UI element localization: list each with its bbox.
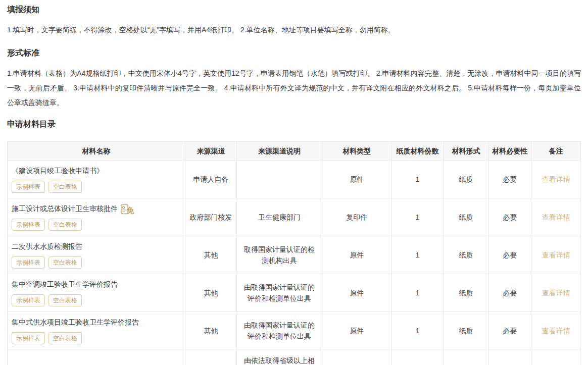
format-standards-text: 1.申请材料（表格）为A4规格纸打印，中文使用宋体小4号字，英文使用12号字，申… [7,66,581,110]
material-form-cell: 纸质 [444,236,488,274]
material-necessity-cell: 必要 [488,161,531,198]
source-channel-cell: 其他 [185,274,236,312]
sample-form-button[interactable]: 示例样表 [12,332,45,344]
source-desc-cell: 取得国家计量认证的检测机构出具 [236,236,322,274]
col-header-paper-copies: 纸质材料份数 [391,142,444,161]
material-name: 《建设项目竣工验收申请书》 [12,166,181,176]
col-header-material-type: 材料类型 [322,142,391,161]
material-name-cell: 施工设计或总体设计卫生审核批件免示例样表空白表格 [8,198,185,236]
material-form-buttons: 示例样表空白表格 [12,294,181,306]
material-necessity-cell: 必要 [488,312,531,350]
source-channel-cell: 其他 [185,236,236,274]
source-desc-cell: 由依法取得省级以上相关行政部门资质认证的职业卫生技术服务机构出具 [236,350,322,365]
material-necessity-cell: 必要 [488,274,531,312]
remarks-cell: 查看详情 [531,274,581,312]
col-header-material-name: 材料名称 [8,142,185,161]
remarks-cell: 查看详情 [531,350,581,365]
remarks-cell: 查看详情 [531,198,581,236]
material-name-cell: 《建设项目竣工验收申请书》示例样表空白表格 [8,161,185,198]
material-form-cell: 纸质 [444,312,488,350]
material-name-cell: 集中空调竣工验收卫生学评价报告示例样表空白表格 [8,274,185,312]
table-row: 集中式供水项目竣工验收卫生学评价报告示例样表空白表格其他由取得国家计量认证的评价… [8,312,581,350]
material-form-cell: 纸质 [444,274,488,312]
header-row: 材料名称 来源渠道 来源渠道说明 材料类型 纸质材料份数 材料形式 材料必要性 … [8,142,581,161]
blank-form-button[interactable]: 空白表格 [48,256,82,269]
col-header-material-form: 材料形式 [444,142,488,161]
material-name-text: 集中空调竣工验收卫生学评价报告 [12,279,118,290]
materials-directory-heading: 申请材料目录 [7,119,581,129]
remarks-cell: 查看详情 [531,312,581,350]
source-channel-cell: 政府部门核发 [185,198,236,236]
svg-text:免: 免 [126,206,135,215]
blank-form-button[interactable]: 空白表格 [48,181,82,193]
view-details-link[interactable]: 查看详情 [542,327,570,335]
material-form-cell: 纸质 [444,161,488,198]
sample-form-button[interactable]: 示例样表 [12,294,45,306]
view-details-link[interactable]: 查看详情 [542,289,570,297]
sample-form-button[interactable]: 示例样表 [12,219,45,231]
sample-form-button[interactable]: 示例样表 [12,181,45,193]
materials-table-body: 《建设项目竣工验收申请书》示例样表空白表格申请人自备原件1纸质必要查看详情施工设… [8,161,581,365]
view-details-link[interactable]: 查看详情 [542,175,570,183]
material-necessity-cell: 必要 [488,198,531,236]
page: 填报须知 1.填写时，文字要简练，不得涂改，空格处以“无”字填写，并用A4纸打印… [0,4,588,365]
material-necessity-cell: 必要 [488,236,531,274]
remarks-cell: 查看详情 [531,161,581,198]
materials-table-head: 材料名称 来源渠道 来源渠道说明 材料类型 纸质材料份数 材料形式 材料必要性 … [8,142,581,161]
material-name-text: 二次供水水质检测报告 [12,241,82,252]
col-header-remarks: 备注 [531,142,581,161]
material-name-text: 集中式供水项目竣工验收卫生学评价报告 [12,317,139,328]
paper-copies-cell: 1 [391,236,444,274]
col-header-source-desc: 来源渠道说明 [236,142,322,161]
material-type-cell: 原件 [322,236,391,274]
material-form-buttons: 示例样表空白表格 [12,332,181,344]
col-header-source-channel: 来源渠道 [185,142,236,161]
table-row: 施工设计或总体设计卫生审核批件免示例样表空白表格政府部门核发卫生健康部门复印件1… [8,198,581,236]
paper-copies-cell: 1 [391,350,444,365]
remarks-cell: 查看详情 [531,236,581,274]
material-name: 集中式供水项目竣工验收卫生学评价报告 [12,317,181,328]
col-header-material-necessity: 材料必要性 [488,142,531,161]
paper-copies-cell: 1 [391,198,444,236]
format-standards-heading: 形式标准 [7,47,581,58]
filing-notes-text: 1.填写时，文字要简练，不得涂改，空格处以“无”字填写，并用A4纸打印。 2.单… [7,23,581,37]
material-form-cell: 纸质 [444,350,488,365]
table-row: 二次供水水质检测报告示例样表空白表格其他取得国家计量认证的检测机构出具原件1纸质… [8,236,581,274]
material-name-cell: 放射职业危害控制效果评价报告示例样表空白表格 [8,350,185,365]
paper-copies-cell: 1 [391,312,444,350]
material-name-cell: 集中式供水项目竣工验收卫生学评价报告示例样表空白表格 [8,312,185,350]
material-form-cell: 纸质 [444,198,488,236]
exempt-license-icon: 免 [121,204,136,215]
filing-notes-heading: 填报须知 [7,4,581,15]
paper-copies-cell: 1 [391,161,444,198]
blank-form-button[interactable]: 空白表格 [48,294,82,306]
source-desc-cell: 由取得国家计量认证的评价和检测单位出具 [236,274,322,312]
blank-form-button[interactable]: 空白表格 [48,219,82,231]
paper-copies-cell: 1 [391,274,444,312]
material-name: 施工设计或总体设计卫生审核批件免 [12,203,181,214]
material-name: 二次供水水质检测报告 [12,241,181,252]
material-type-cell: 原件 [322,161,391,198]
source-channel-cell: 其他 [185,350,236,365]
table-row: 放射职业危害控制效果评价报告示例样表空白表格其他由依法取得省级以上相关行政部门资… [8,350,581,365]
material-form-buttons: 示例样表空白表格 [12,219,181,231]
table-row: 《建设项目竣工验收申请书》示例样表空白表格申请人自备原件1纸质必要查看详情 [8,161,581,198]
table-row: 集中空调竣工验收卫生学评价报告示例样表空白表格其他由取得国家计量认证的评价和检测… [8,274,581,312]
source-desc-cell: 由取得国家计量认证的评价和检测单位出具 [236,312,322,350]
source-channel-cell: 申请人自备 [185,161,236,198]
material-type-cell: 原件 [322,350,391,365]
source-desc-cell [236,161,322,198]
material-necessity-cell: 必要 [488,350,531,365]
materials-table: 材料名称 来源渠道 来源渠道说明 材料类型 纸质材料份数 材料形式 材料必要性 … [7,141,581,365]
blank-form-button[interactable]: 空白表格 [48,332,82,344]
material-type-cell: 原件 [322,274,391,312]
material-form-buttons: 示例样表空白表格 [12,256,181,269]
material-type-cell: 复印件 [322,198,391,236]
view-details-link[interactable]: 查看详情 [542,213,570,221]
material-name-text: 施工设计或总体设计卫生审核批件 [12,203,118,214]
material-name: 集中空调竣工验收卫生学评价报告 [12,279,181,290]
material-name-cell: 二次供水水质检测报告示例样表空白表格 [8,236,185,274]
view-details-link[interactable]: 查看详情 [542,251,570,259]
sample-form-button[interactable]: 示例样表 [12,256,45,269]
material-form-buttons: 示例样表空白表格 [12,181,181,193]
